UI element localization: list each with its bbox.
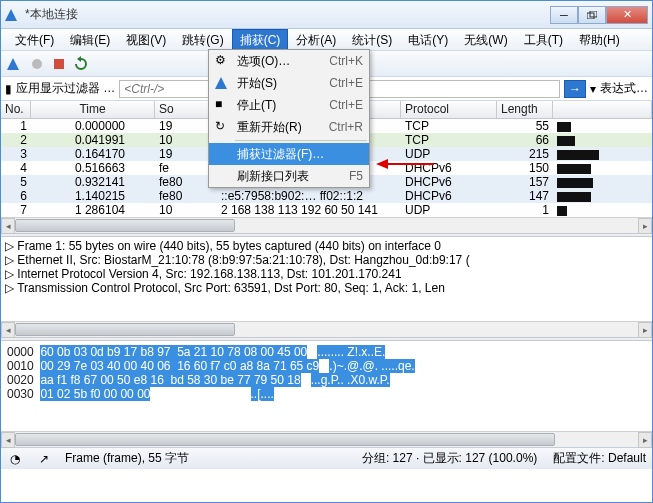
expression-button[interactable]: 表达式…: [600, 80, 648, 97]
packet-details[interactable]: ▷ Frame 1: 55 bytes on wire (440 bits), …: [1, 237, 652, 321]
menu-view[interactable]: 视图(V): [118, 29, 174, 50]
detail-line: ▷ Internet Protocol Version 4, Src: 192.…: [5, 267, 648, 281]
col-protocol[interactable]: Protocol: [401, 101, 497, 118]
menu-item-stop[interactable]: ■ 停止(T) Ctrl+E: [209, 94, 369, 116]
menu-stats[interactable]: 统计(S): [344, 29, 400, 50]
status-help-icon[interactable]: ↗: [39, 452, 49, 466]
detail-line: ▷ Frame 1: 55 bytes on wire (440 bits), …: [5, 239, 648, 253]
menu-item-refresh-interfaces[interactable]: 刷新接口列表 F5: [209, 165, 369, 187]
filter-label: 应用显示过滤器 …: [16, 80, 115, 97]
status-frame: Frame (frame), 55 字节: [65, 450, 189, 467]
shark-icon: [215, 75, 231, 91]
menu-bar: 文件(F) 编辑(E) 视图(V) 跳转(G) 捕获(C) 分析(A) 统计(S…: [1, 29, 652, 51]
menu-item-start[interactable]: 开始(S) Ctrl+E: [209, 72, 369, 94]
menu-edit[interactable]: 编辑(E): [62, 29, 118, 50]
logo-icon: [7, 56, 23, 72]
packet-list-scrollbar[interactable]: ◂▸: [1, 217, 652, 233]
menu-analyze[interactable]: 分析(A): [288, 29, 344, 50]
col-no[interactable]: No.: [1, 101, 31, 118]
apply-filter-button[interactable]: →: [564, 80, 586, 98]
restart-icon: ↻: [215, 119, 231, 135]
hex-row: 0010 00 29 7e 03 40 00 40 06 16 60 f7 c0…: [7, 359, 646, 373]
details-scrollbar[interactable]: ◂▸: [1, 321, 652, 337]
svg-point-2: [32, 59, 42, 69]
menu-go[interactable]: 跳转(G): [174, 29, 231, 50]
stop-capture-icon[interactable]: [51, 56, 67, 72]
packet-bytes[interactable]: 0000 60 0b 03 0d b9 17 b8 97 5a 21 10 78…: [1, 341, 652, 431]
menu-wireless[interactable]: 无线(W): [456, 29, 515, 50]
menu-item-capture-filters[interactable]: 捕获过滤器(F)…: [209, 143, 369, 165]
annotation-arrow: [376, 154, 436, 177]
bytes-scrollbar[interactable]: ◂▸: [1, 431, 652, 447]
svg-rect-3: [54, 59, 64, 69]
hex-row: 0030 01 02 5b f0 00 00 00 ..[....: [7, 387, 646, 401]
status-bar: ◔ ↗ Frame (frame), 55 字节 分组: 127 · 已显示: …: [1, 447, 652, 469]
title-bar: *本地连接 ─ ✕: [1, 1, 652, 29]
hex-row: 0020 aa f1 f8 67 00 50 e8 16 bd 58 30 be…: [7, 373, 646, 387]
detail-line: ▷ Transmission Control Protocol, Src Por…: [5, 281, 648, 295]
stop-icon: ■: [215, 97, 231, 113]
menu-item-restart[interactable]: ↻ 重新开始(R) Ctrl+R: [209, 116, 369, 138]
maximize-button[interactable]: [578, 6, 606, 24]
hex-row: 0000 60 0b 03 0d b9 17 b8 97 5a 21 10 78…: [7, 345, 646, 359]
window-title: *本地连接: [25, 6, 550, 23]
menu-tools[interactable]: 工具(T): [516, 29, 571, 50]
status-icon: ◔: [7, 451, 23, 467]
start-capture-icon[interactable]: [29, 56, 45, 72]
menu-item-options[interactable]: ⚙ 选项(O)… Ctrl+K: [209, 50, 369, 72]
gear-icon: ⚙: [215, 53, 231, 69]
col-length[interactable]: Length: [497, 101, 553, 118]
col-time[interactable]: Time: [31, 101, 155, 118]
filter-icon: ▮: [5, 82, 12, 96]
menu-capture[interactable]: 捕获(C): [232, 29, 289, 50]
packet-row[interactable]: 71 286104102 168 138 113 192 60 50 141UD…: [1, 203, 652, 217]
minimize-button[interactable]: ─: [550, 6, 578, 24]
restart-capture-icon[interactable]: [73, 56, 89, 72]
menu-telephony[interactable]: 电话(Y): [400, 29, 456, 50]
close-button[interactable]: ✕: [606, 6, 648, 24]
detail-line: ▷ Ethernet II, Src: BiostarM_21:10:78 (8…: [5, 253, 648, 267]
app-icon: [5, 7, 21, 23]
status-profile: 配置文件: Default: [553, 450, 646, 467]
packet-row[interactable]: 61.140215fe80::e5:7958:b902:… ff02::1:2D…: [1, 189, 652, 203]
capture-menu-dropdown: ⚙ 选项(O)… Ctrl+K 开始(S) Ctrl+E ■ 停止(T) Ctr…: [208, 49, 370, 188]
menu-file[interactable]: 文件(F): [7, 29, 62, 50]
menu-help[interactable]: 帮助(H): [571, 29, 628, 50]
status-packets: 分组: 127 · 已显示: 127 (100.0%): [362, 450, 537, 467]
